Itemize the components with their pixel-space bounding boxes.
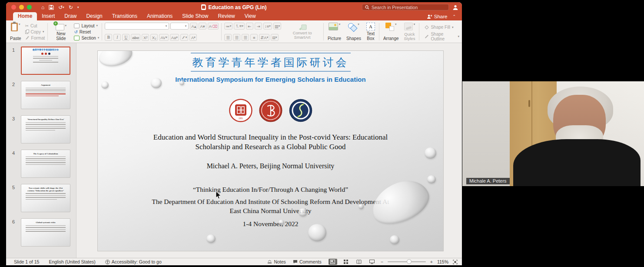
slide-host[interactable]: The Department Of Education And Institut… — [151, 197, 390, 216]
shape-outline-icon — [425, 34, 429, 39]
decrease-font-button[interactable]: A▾ — [199, 23, 206, 30]
arrange-button[interactable]: ▾ Arrange — [382, 22, 400, 42]
search-box[interactable] — [362, 4, 449, 10]
character-spacing-button[interactable]: AV▾ — [159, 34, 168, 41]
copy-button[interactable]: Copy▾ — [25, 29, 45, 35]
shapes-icon — [348, 23, 357, 30]
section-button[interactable]: Section▾ — [74, 35, 99, 41]
slide-author[interactable]: Michael A. Peters, Beijing Normal Univer… — [98, 162, 443, 170]
toolbar-more-icon[interactable]: ▾ — [77, 6, 79, 9]
align-right-button[interactable]: ☰ — [242, 34, 249, 41]
superscript-button[interactable]: X² — [142, 34, 149, 41]
slideshow-button[interactable] — [368, 259, 376, 265]
italic-button[interactable]: I — [113, 34, 121, 41]
underline-button[interactable]: U — [122, 34, 129, 41]
tab-design[interactable]: Design — [81, 12, 107, 20]
bullets-button[interactable]: ≔▾ — [224, 23, 232, 30]
cut-button[interactable]: ✂Cut — [25, 23, 45, 29]
slide-thumbnail-5[interactable]: Two seismic shifts will shape the 21st c… — [21, 184, 70, 212]
columns-button[interactable]: ▥▾ — [273, 23, 282, 30]
zoom-in-icon[interactable]: + — [430, 259, 433, 264]
slide-thumbnail-6[interactable]: Global systemic risks — [21, 218, 70, 247]
quick-styles-button[interactable]: ▾ QuickStyles — [403, 22, 417, 42]
home-icon[interactable]: ⌂ — [41, 4, 44, 10]
undo-icon[interactable]: ↺▾ — [58, 4, 64, 10]
change-case-button[interactable]: Aa▾ — [170, 34, 179, 41]
tab-animations[interactable]: Animations — [142, 12, 177, 20]
account-icon[interactable] — [452, 4, 458, 10]
slide-number: 4 — [6, 150, 21, 178]
numbering-button[interactable]: ⒈≡▾ — [234, 23, 245, 30]
tab-home[interactable]: Home — [13, 12, 37, 20]
outdent-button[interactable]: ⇤ — [246, 23, 253, 30]
reading-view-button[interactable] — [355, 259, 363, 265]
align-left-button[interactable]: ☰ — [224, 34, 232, 41]
tab-view[interactable]: View — [240, 12, 261, 20]
accessibility-status[interactable]: Accessibility: Good to go — [105, 259, 162, 264]
slide-thumbnail-panel: 1 教育学青年学者国际研讨会 2 Argument 3 — [6, 43, 76, 258]
indent-button[interactable]: ⇥ — [255, 23, 262, 30]
notes-button[interactable]: Notes — [267, 259, 285, 264]
zoom-slider[interactable] — [388, 261, 426, 262]
font-name-select[interactable]: ▾ — [105, 23, 169, 30]
smartart-icon — [298, 24, 307, 30]
tab-transitions[interactable]: Transitions — [107, 12, 142, 20]
save-icon[interactable] — [49, 5, 54, 10]
slide-thumbnail-3[interactable]: ‘Structural Inequality Defines Our Era’ — [21, 115, 70, 144]
normal-view-button[interactable] — [329, 259, 337, 265]
shape-fill-button[interactable]: Shape Fill▾ — [425, 24, 459, 30]
picture-button[interactable]: ▾ Picture — [326, 22, 342, 42]
reset-button[interactable]: ↺Reset — [74, 29, 99, 35]
shapes-button[interactable]: ▾ Shapes — [345, 22, 362, 42]
increase-font-button[interactable]: A▴ — [190, 23, 197, 30]
slide-title[interactable]: Education and World Structural Inequalit… — [147, 133, 395, 152]
chinese-title[interactable]: 教育学青年学者国际研讨会 — [98, 55, 443, 70]
shape-outline-button[interactable]: Shape Outline▾ — [425, 33, 459, 40]
comments-button[interactable]: Comments — [293, 259, 322, 264]
layout-button[interactable]: Layout▾ — [74, 23, 99, 29]
justify-button[interactable]: ≡ — [250, 34, 258, 41]
title-bar: ⌂ ↺▾ ↻ ▾ Education as GPG (Lin) — [6, 2, 462, 12]
zoom-slider-knob[interactable] — [407, 259, 412, 264]
maximize-button[interactable] — [27, 5, 32, 10]
slide-thumbnail-2[interactable]: Argument — [21, 81, 70, 109]
new-slide-button[interactable]: ▾ New Slide — [50, 22, 71, 42]
tab-draw[interactable]: Draw — [60, 12, 81, 20]
text-direction-button[interactable]: ⇵A▾ — [259, 34, 269, 41]
minimize-button[interactable] — [19, 5, 24, 10]
search-input[interactable] — [372, 5, 446, 10]
tab-insert[interactable]: Insert — [37, 12, 60, 20]
align-center-button[interactable]: ☰ — [233, 34, 240, 41]
slide-editor[interactable]: 教育学青年学者国际研讨会 International Symposium for… — [98, 51, 443, 251]
text-box-button[interactable]: A TextBox — [365, 22, 376, 42]
paste-button[interactable]: ▾ Paste — [9, 22, 23, 42]
symposium-title[interactable]: International Symposium for Emerging Sch… — [98, 76, 443, 83]
font-size-select[interactable]: ▾ — [170, 23, 189, 30]
tab-review[interactable]: Review — [213, 12, 239, 20]
subscript-button[interactable]: X₂ — [150, 34, 158, 41]
zoom-level[interactable]: 115% — [437, 259, 448, 264]
language-status[interactable]: English (United States) — [49, 259, 95, 264]
collapse-ribbon-icon[interactable]: ⌃ — [452, 14, 456, 19]
align-text-button[interactable]: ⊟▾ — [271, 34, 278, 41]
bold-button[interactable]: B — [105, 34, 112, 41]
arrange-icon — [385, 23, 394, 30]
slide-sorter-button[interactable] — [342, 259, 350, 265]
clear-formatting-button[interactable]: A⌫ — [208, 23, 219, 30]
convert-smartart-button[interactable]: Convert to SmartArt — [284, 22, 321, 42]
highlight-color-button[interactable]: ▾ — [180, 34, 189, 41]
close-button[interactable] — [11, 5, 16, 10]
thumbnail-row-5: 5 Two seismic shifts will shape the 21st… — [6, 184, 76, 212]
format-painter-button[interactable]: Format — [25, 35, 45, 41]
slide-thumbnail-4[interactable]: The Legacy of Colonialism — [21, 150, 70, 178]
fit-slide-icon[interactable] — [453, 260, 458, 264]
share-icon — [427, 14, 432, 19]
line-spacing-button[interactable]: ↕≡▾ — [263, 23, 272, 30]
tab-slide-show[interactable]: Slide Show — [177, 12, 213, 20]
redo-icon[interactable]: ↻ — [69, 4, 73, 10]
share-button[interactable]: Share — [427, 14, 448, 19]
strikethrough-button[interactable]: abe — [131, 34, 140, 41]
font-color-button[interactable]: A▾ — [189, 34, 197, 41]
zoom-out-icon[interactable]: − — [381, 259, 383, 264]
slide-thumbnail-1[interactable]: 教育学青年学者国际研讨会 — [21, 47, 70, 75]
